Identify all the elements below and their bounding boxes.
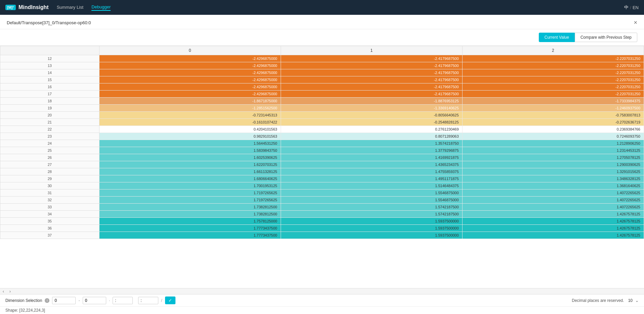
row-index: 35 (0, 218, 99, 225)
cell-value: -2.4179687500 (281, 62, 462, 69)
cell-value: 1.6611328125 (99, 168, 281, 175)
table-row: 220.42041015630.27612304690.2369384766 (0, 126, 644, 133)
scroll-right-arrow[interactable]: › (7, 289, 13, 294)
row-index: 24 (0, 140, 99, 147)
row-index: 15 (0, 76, 99, 83)
dim-input-1[interactable] (52, 297, 76, 304)
row-index: 12 (0, 55, 99, 62)
table-row: 16-2.4296875000-2.4179687500-2.220703125… (0, 83, 644, 91)
close-button[interactable]: × (634, 20, 637, 26)
table-row: 361.77734375001.59375000001.4267578125 (0, 225, 644, 232)
cell-value: -1.7333984375 (462, 98, 644, 105)
table-row: 241.56445312501.35742187501.2128906250 (0, 140, 644, 147)
cell-value: 1.2128906250 (462, 140, 644, 147)
cell-value: 1.5644531250 (99, 140, 281, 147)
table-wrapper[interactable]: 0 1 2 12-2.4296875000-2.4179687500-2.220… (0, 46, 644, 288)
table-row: 311.71972656251.55468750001.4072265625 (0, 189, 644, 197)
cell-value: -2.4179687500 (281, 76, 462, 83)
table-row: 17-2.4296875000-2.4179687500-2.220703125… (0, 91, 644, 98)
cell-value: 1.4267578125 (462, 218, 644, 225)
detail-title: Default/Transpose[37]_0/Transpose-op60:0 (7, 20, 91, 25)
horiz-scroll-bar: ‹ › (0, 288, 644, 294)
cell-value: 0.2369384766 (462, 126, 644, 133)
cell-value: -2.4296875000 (99, 62, 281, 69)
cell-value: 1.4072265625 (462, 204, 644, 211)
lang-en[interactable]: EN (633, 5, 639, 10)
row-index: 28 (0, 168, 99, 175)
scroll-left-arrow[interactable]: ‹ (0, 289, 7, 294)
cell-value: 1.4267578125 (462, 232, 644, 239)
nav-summary-list[interactable]: Summary List (57, 5, 83, 10)
cell-value: 1.7773437500 (99, 232, 281, 239)
lang-zh[interactable]: 中 (624, 4, 629, 10)
table-row: 230.98291015630.80712890630.7246093750 (0, 133, 644, 140)
table-row: 331.73828125001.57421875001.4072265625 (0, 204, 644, 211)
table-row: 321.71972656251.55468750001.4072265625 (0, 197, 644, 204)
cell-value: -2.4296875000 (99, 76, 281, 83)
row-index: 17 (0, 91, 99, 98)
cell-value: 1.7578125000 (99, 218, 281, 225)
table-row: 14-2.4296875000-2.4179687500-2.220703125… (0, 69, 644, 76)
dim-colon-input-2[interactable] (138, 297, 158, 304)
cell-value: 1.5146484375 (281, 182, 462, 189)
table-row: 291.68066406251.49511718751.3486328125 (0, 175, 644, 182)
cell-value: 1.7382812500 (99, 211, 281, 218)
table-row: 281.66113281251.47558593751.3291015625 (0, 168, 644, 175)
cell-value: 1.6806640625 (99, 175, 281, 182)
cell-value: 1.4072265625 (462, 197, 644, 204)
cell-value: -0.8056640625 (281, 112, 462, 119)
row-index: 27 (0, 161, 99, 168)
cell-value: -0.2702636719 (462, 119, 644, 126)
logo-box: [M]° (5, 5, 16, 10)
row-index: 32 (0, 197, 99, 204)
col-header-2: 2 (462, 46, 644, 55)
cell-value: 1.6220703125 (99, 161, 281, 168)
nav-debugger[interactable]: Debugger (91, 4, 111, 11)
cell-value: 0.4204101563 (99, 126, 281, 133)
decimal-label: Decimal places are reserved. (572, 298, 624, 303)
main-area: Default/Transpose[37]_0/Transpose-op60:0… (0, 15, 644, 314)
cell-value: 1.5742187500 (281, 211, 462, 218)
compare-button[interactable]: Compare with Previous Step (575, 33, 637, 42)
row-index: 21 (0, 119, 99, 126)
decimal-arrow[interactable]: ⌄ (635, 298, 639, 303)
cell-value: 1.3291015625 (462, 168, 644, 175)
dim-colon-input-1[interactable] (113, 297, 133, 304)
cell-value: -2.2207031250 (462, 55, 644, 62)
dim-input-2[interactable] (83, 297, 106, 304)
table-row: 21-0.1610107422-0.2548828125-0.270263671… (0, 119, 644, 126)
col-header-0: 0 (99, 46, 281, 55)
cell-value: 1.5546875000 (281, 189, 462, 197)
cell-value: -1.8876953125 (281, 98, 462, 105)
cell-value: -0.2548828125 (281, 119, 462, 126)
col-header-index (0, 46, 99, 55)
app-logo: [M]° MindInsight (5, 4, 49, 10)
cell-value: 1.4951171875 (281, 175, 462, 182)
cell-value: 1.5839843750 (99, 147, 281, 154)
confirm-button[interactable]: ✓ (165, 296, 175, 304)
table-row: 341.73828125001.57421875001.4267578125 (0, 211, 644, 218)
cell-value: -1.2851562500 (99, 105, 281, 112)
cell-value: 1.5937500000 (281, 232, 462, 239)
cell-value: 1.7773437500 (99, 225, 281, 232)
table-row: 13-2.4296875000-2.4179687500-2.220703125… (0, 62, 644, 69)
toolbar-row: Current Value Compare with Previous Step (0, 29, 644, 46)
cell-value: -1.2460937500 (462, 105, 644, 112)
table-row: 18-1.8671875000-1.8876953125-1.733398437… (0, 98, 644, 105)
cell-value: -2.2207031250 (462, 91, 644, 98)
cell-value: -2.2207031250 (462, 76, 644, 83)
table-row: 20-0.7231445313-0.8056640625-0.758300781… (0, 112, 644, 119)
cell-value: 1.5937500000 (281, 218, 462, 225)
language-switcher: 中 / EN (624, 4, 639, 10)
cell-value: 1.6025390625 (99, 154, 281, 161)
row-index: 19 (0, 105, 99, 112)
table-row: 261.60253906251.41699218751.2705078125 (0, 154, 644, 161)
current-value-button[interactable]: Current Value (539, 33, 575, 42)
table-row: 351.75781250001.59375000001.4267578125 (0, 218, 644, 225)
info-icon[interactable]: i (45, 298, 49, 303)
cell-value: 1.5937500000 (281, 225, 462, 232)
cell-value: 1.7197265625 (99, 189, 281, 197)
row-index: 33 (0, 204, 99, 211)
table-row: 251.58398437501.37792968751.2314453125 (0, 147, 644, 154)
lang-sep: / (630, 5, 631, 10)
